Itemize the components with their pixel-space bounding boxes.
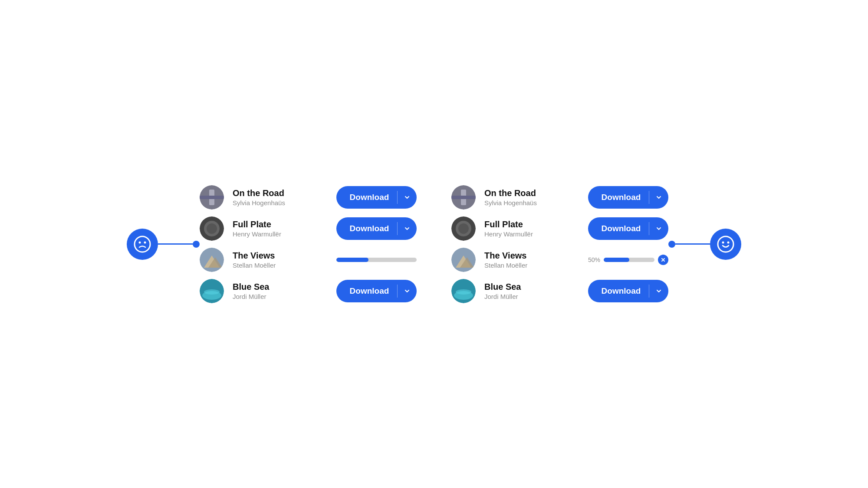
track-author-blue-sea-r: Jordi Müller	[484, 293, 579, 300]
chevron-icon-on-the-road-l	[398, 186, 417, 209]
left-panel: On the RoadSylvia Hogenhaüs Download Ful…	[200, 185, 417, 303]
track-author-full-plate-r: Henry Warmullër	[484, 230, 579, 238]
download-button-full-plate-l[interactable]: Download	[336, 217, 417, 240]
track-row-on-the-road-l: On the RoadSylvia Hogenhaüs Download	[200, 185, 417, 210]
download-label-full-plate-r: Download	[588, 224, 649, 233]
track-title-full-plate-l: Full Plate	[233, 219, 328, 229]
progress-with-cancel-the-views-r: 50%	[588, 255, 668, 265]
track-row-the-views-l: The ViewsStellan Moëller	[200, 248, 417, 272]
download-button-blue-sea-l[interactable]: Download	[336, 280, 417, 302]
track-row-full-plate-r: Full PlateHenry Warmullër Download	[451, 216, 668, 241]
track-title-on-the-road-l: On the Road	[233, 188, 328, 198]
album-art-full-plate-r	[451, 216, 476, 241]
left-rating-line	[158, 243, 193, 245]
download-label-full-plate-l: Download	[336, 224, 397, 233]
track-title-on-the-road-r: On the Road	[484, 188, 579, 198]
left-rating-control	[127, 229, 200, 260]
download-label-blue-sea-l: Download	[336, 286, 397, 296]
left-rating-dot	[193, 241, 200, 248]
chevron-icon-full-plate-r	[649, 217, 668, 240]
download-label-on-the-road-r: Download	[588, 193, 649, 202]
right-rating-dot	[668, 241, 675, 248]
right-rating-line	[675, 243, 710, 245]
track-author-the-views-l: Stellan Moëller	[233, 262, 328, 269]
svg-point-26	[456, 289, 471, 295]
track-row-full-plate-l: Full PlateHenry Warmullër Download	[200, 216, 417, 241]
track-row-on-the-road-r: On the RoadSylvia Hogenhaüs Download	[451, 185, 668, 210]
svg-point-0	[135, 236, 150, 252]
progress-bar-inner-the-views-r	[604, 258, 654, 262]
track-info-full-plate-r: Full PlateHenry Warmullër	[484, 219, 579, 238]
chevron-icon-blue-sea-l	[398, 280, 417, 302]
progress-bar-the-views-l	[336, 258, 417, 262]
track-info-on-the-road-r: On the RoadSylvia Hogenhaüs	[484, 188, 579, 206]
happy-icon[interactable]	[710, 229, 741, 260]
cancel-button-the-views-r[interactable]	[658, 255, 668, 265]
chevron-icon-on-the-road-r	[649, 186, 668, 209]
chevron-icon-blue-sea-r	[649, 280, 668, 302]
download-button-on-the-road-r[interactable]: Download	[588, 186, 668, 209]
track-row-blue-sea-r: Blue SeaJordi Müller Download	[451, 279, 668, 303]
track-info-full-plate-l: Full PlateHenry Warmullër	[233, 219, 328, 238]
download-label-blue-sea-r: Download	[588, 286, 649, 296]
svg-rect-5	[200, 196, 224, 199]
album-art-the-views-r	[451, 248, 476, 272]
svg-point-20	[458, 223, 469, 234]
progress-pct-the-views-r: 50%	[588, 256, 600, 263]
track-row-the-views-r: The ViewsStellan Moëller50%	[451, 248, 668, 272]
download-button-on-the-road-l[interactable]: Download	[336, 186, 417, 209]
download-button-blue-sea-r[interactable]: Download	[588, 280, 668, 302]
svg-point-27	[718, 236, 733, 252]
svg-point-1	[139, 241, 141, 243]
album-art-the-views-l	[200, 248, 224, 272]
panels: On the RoadSylvia Hogenhaüs Download Ful…	[200, 185, 668, 303]
svg-point-2	[144, 241, 146, 243]
svg-point-14	[204, 289, 220, 295]
track-info-the-views-l: The ViewsStellan Moëller	[233, 250, 328, 269]
track-info-blue-sea-r: Blue SeaJordi Müller	[484, 282, 579, 300]
track-info-the-views-r: The ViewsStellan Moëller	[484, 250, 579, 269]
track-title-blue-sea-l: Blue Sea	[233, 282, 328, 292]
track-title-full-plate-r: Full Plate	[484, 219, 579, 229]
main-container: On the RoadSylvia Hogenhaüs Download Ful…	[127, 185, 741, 303]
track-title-blue-sea-r: Blue Sea	[484, 282, 579, 292]
track-info-on-the-road-l: On the RoadSylvia Hogenhaüs	[233, 188, 328, 206]
download-label-on-the-road-l: Download	[336, 193, 397, 202]
progress-fill-inner-the-views-r	[604, 258, 629, 262]
track-author-full-plate-l: Henry Warmullër	[233, 230, 328, 238]
album-art-on-the-road-l	[200, 185, 224, 210]
progress-fill-the-views-l	[336, 258, 368, 262]
chevron-icon-full-plate-l	[398, 217, 417, 240]
track-title-the-views-l: The Views	[233, 250, 328, 261]
track-author-the-views-r: Stellan Moëller	[484, 262, 579, 269]
track-info-blue-sea-l: Blue SeaJordi Müller	[233, 282, 328, 300]
album-art-on-the-road-r	[451, 185, 476, 210]
track-author-on-the-road-l: Sylvia Hogenhaüs	[233, 199, 328, 206]
track-author-blue-sea-l: Jordi Müller	[233, 293, 328, 300]
album-art-blue-sea-r	[451, 279, 476, 303]
album-art-blue-sea-l	[200, 279, 224, 303]
album-art-full-plate-l	[200, 216, 224, 241]
svg-point-28	[722, 241, 724, 243]
track-title-the-views-r: The Views	[484, 250, 579, 261]
right-rating-control	[668, 229, 741, 260]
svg-rect-17	[451, 196, 476, 199]
track-row-blue-sea-l: Blue SeaJordi Müller Download	[200, 279, 417, 303]
download-button-full-plate-r[interactable]: Download	[588, 217, 668, 240]
svg-point-29	[727, 241, 730, 243]
track-author-on-the-road-r: Sylvia Hogenhaüs	[484, 199, 579, 206]
svg-point-8	[207, 223, 217, 234]
sad-icon[interactable]	[127, 229, 158, 260]
right-panel: On the RoadSylvia Hogenhaüs Download Ful…	[451, 185, 668, 303]
